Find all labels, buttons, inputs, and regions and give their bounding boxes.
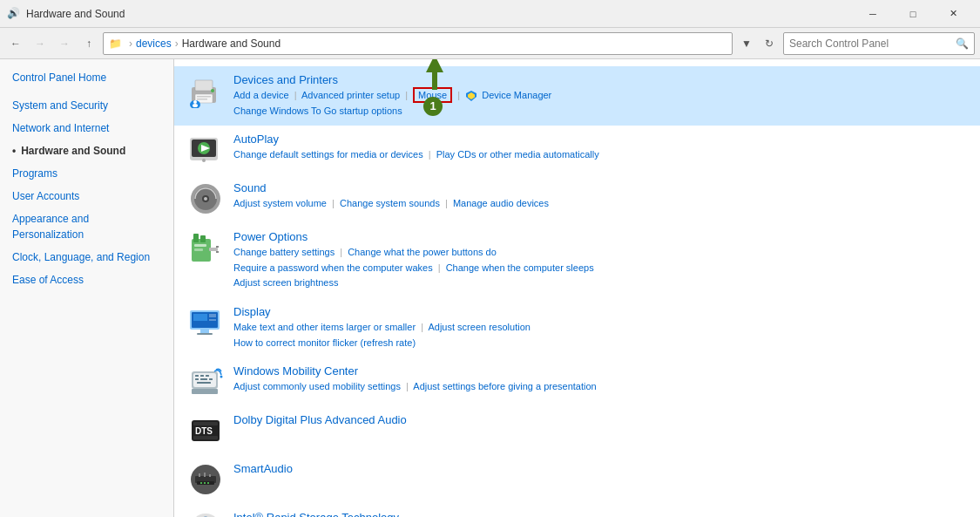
sound-content: Sound Adjust system volume | Change syst… <box>233 181 966 212</box>
device-manager-link[interactable]: Device Manager <box>482 90 551 100</box>
intel-title[interactable]: Intel® Rapid Storage Technology <box>233 511 966 517</box>
mobility-title[interactable]: Windows Mobility Center <box>233 364 966 378</box>
device-manager-icon <box>465 90 479 102</box>
svg-rect-58 <box>204 482 206 484</box>
autoplay-title[interactable]: AutoPlay <box>233 133 966 146</box>
add-device-link[interactable]: Add a device <box>233 90 289 100</box>
battery-settings-link[interactable]: Change battery settings <box>233 247 335 257</box>
svg-rect-50 <box>193 436 218 439</box>
sep10: | <box>406 381 409 391</box>
maximize-button[interactable]: □ <box>893 0 933 28</box>
password-wake-link[interactable]: Require a password when the computer wak… <box>233 262 433 273</box>
manage-audio-link[interactable]: Manage audio devices <box>453 198 549 208</box>
svg-rect-5 <box>197 99 207 100</box>
sidebar-item-programs[interactable]: Programs <box>0 162 173 185</box>
play-cds-link[interactable]: Play CDs or other media automatically <box>436 149 599 160</box>
smart-content: SmartAudio <box>233 462 966 477</box>
dolby-content: Dolby Digital Plus Advanced Audio <box>233 413 966 428</box>
dolby-icon: DTS <box>188 413 223 448</box>
mobility-settings-link[interactable]: Adjust commonly used mobility settings <box>233 381 401 391</box>
sidebar-item-appearance[interactable]: Appearance andPersonalization <box>0 207 173 246</box>
svg-rect-45 <box>197 382 211 384</box>
mouse-container: Mouse 1 <box>413 88 452 104</box>
sidebar-item-clock[interactable]: Clock, Language, and Region <box>0 246 173 269</box>
forward2-button[interactable]: → <box>54 33 75 54</box>
category-intel: Intel® Rapid Storage Technology <box>174 504 980 517</box>
sep1: | <box>294 90 297 100</box>
display-content: Display Make text and other items larger… <box>233 305 966 350</box>
sidebar-item-network[interactable]: Network and Internet <box>0 117 173 139</box>
windows-go-link[interactable]: Change Windows To Go startup options <box>233 105 402 116</box>
sidebar-item-user[interactable]: User Accounts <box>0 185 173 207</box>
svg-point-3 <box>211 89 214 92</box>
sep9: | <box>421 322 423 332</box>
monitor-flicker-link[interactable]: How to correct monitor flicker (refresh … <box>233 337 416 348</box>
category-power: Power Options Change battery settings | … <box>174 223 980 298</box>
power-content: Power Options Change battery settings | … <box>233 230 966 291</box>
svg-rect-23 <box>200 235 206 242</box>
screen-resolution-link[interactable]: Adjust screen resolution <box>428 322 530 332</box>
default-media-link[interactable]: Change default settings for media or dev… <box>233 149 423 160</box>
text-larger-link[interactable]: Make text and other items larger or smal… <box>233 322 416 332</box>
up-button[interactable]: ↑ <box>78 33 99 54</box>
svg-text:DTS: DTS <box>195 426 213 436</box>
refresh-button[interactable]: ↻ <box>759 33 780 54</box>
svg-rect-41 <box>206 375 209 377</box>
dropdown-button[interactable]: ▼ <box>736 33 757 54</box>
devices-icon <box>188 73 223 108</box>
svg-rect-24 <box>194 244 206 247</box>
devices-content: Devices and Printers Add a device | Adva… <box>233 73 966 119</box>
shield-icon <box>465 90 477 102</box>
svg-rect-38 <box>192 389 218 394</box>
address-folder-icon: 📁 <box>109 37 122 50</box>
sidebar-item-ease[interactable]: Ease of Access <box>0 269 173 291</box>
devices-title[interactable]: Devices and Printers <box>233 73 966 86</box>
breadcrumb-control-panel[interactable]: devices <box>136 37 172 50</box>
svg-point-14 <box>202 159 206 162</box>
sep2: | <box>405 90 408 100</box>
smart-title[interactable]: SmartAudio <box>233 462 966 475</box>
svg-rect-49 <box>193 422 218 425</box>
svg-rect-22 <box>193 234 199 242</box>
close-button[interactable]: ✕ <box>933 0 973 28</box>
mobility-content: Windows Mobility Center Adjust commonly … <box>233 364 966 395</box>
adjust-volume-link[interactable]: Adjust system volume <box>233 198 327 208</box>
power-title[interactable]: Power Options <box>233 230 966 243</box>
power-svg <box>188 230 223 265</box>
sound-title[interactable]: Sound <box>233 181 966 194</box>
mobility-svg <box>188 364 223 399</box>
dolby-title[interactable]: Dolby Digital Plus Advanced Audio <box>233 413 966 426</box>
sound-links: Adjust system volume | Change system sou… <box>233 196 966 212</box>
search-box[interactable]: 🔍 <box>783 32 975 55</box>
svg-rect-33 <box>193 314 207 321</box>
devices-links: Add a device | Advanced printer setup | … <box>233 88 966 119</box>
svg-point-60 <box>191 514 220 517</box>
sidebar-home[interactable]: Control Panel Home <box>0 68 173 91</box>
display-icon <box>188 305 223 340</box>
power-buttons-link[interactable]: Change what the power buttons do <box>348 247 497 257</box>
svg-rect-57 <box>200 482 202 484</box>
autoplay-content: AutoPlay Change default settings for med… <box>233 133 966 163</box>
breadcrumb-current: Hardware and Sound <box>182 37 280 50</box>
display-links: Make text and other items larger or smal… <box>233 320 966 350</box>
search-input[interactable] <box>789 37 956 50</box>
minimize-button[interactable]: ─ <box>853 0 893 28</box>
screen-brightness-link[interactable]: Adjust screen brightness <box>233 277 338 288</box>
sidebar-item-system[interactable]: System and Security <box>0 94 173 117</box>
badge-1: 1 <box>423 97 443 116</box>
computer-sleep-link[interactable]: Change when the computer sleeps <box>446 262 594 273</box>
sidebar-item-hardware: Hardware and Sound <box>0 139 173 162</box>
svg-rect-44 <box>209 378 213 380</box>
presentation-link[interactable]: Adjust settings before giving a presenta… <box>413 381 596 391</box>
intel-svg <box>188 511 223 517</box>
forward-button[interactable]: → <box>30 33 51 54</box>
back-button[interactable]: ← <box>5 33 26 54</box>
address-box: 📁 › devices › Hardware and Sound <box>103 32 733 55</box>
svg-rect-32 <box>197 333 213 335</box>
breadcrumb-sep2: › <box>175 37 179 50</box>
svg-rect-1 <box>195 80 213 91</box>
advanced-printer-link[interactable]: Advanced printer setup <box>301 90 400 100</box>
display-title[interactable]: Display <box>233 305 966 318</box>
svg-rect-34 <box>209 314 216 317</box>
change-sounds-link[interactable]: Change system sounds <box>340 198 440 208</box>
